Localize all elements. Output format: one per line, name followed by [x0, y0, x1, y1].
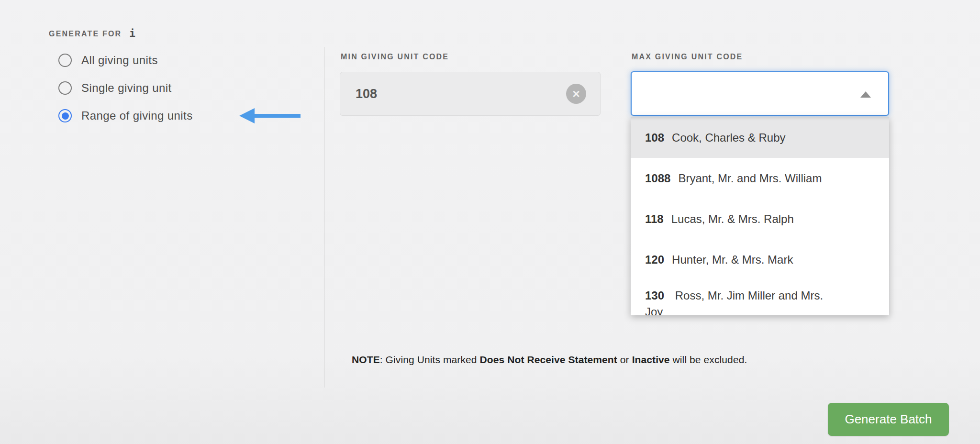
- min-giving-unit-code-input[interactable]: [340, 72, 601, 116]
- generate-for-header: GENERATE FOR i: [49, 29, 135, 39]
- radio-option-label: Range of giving units: [81, 109, 193, 122]
- radio-unselected-icon[interactable]: [58, 81, 72, 95]
- left-arrow-icon: [239, 108, 302, 123]
- generate-for-label: GENERATE FOR: [49, 30, 122, 38]
- giving-unit-code: 1088: [645, 172, 670, 185]
- giving-unit-code: 118: [645, 212, 664, 226]
- max-giving-unit-code-input[interactable]: [631, 71, 889, 116]
- note-bold-text: Does Not Receive Statement: [480, 354, 617, 365]
- min-giving-unit-code-label: MIN GIVING UNIT CODE: [341, 53, 449, 61]
- radio-option-label: All giving units: [81, 54, 158, 67]
- radio-selected-icon[interactable]: [58, 109, 72, 122]
- clear-min-value-button[interactable]: ✕: [566, 84, 586, 104]
- radio-option-label: Single giving unit: [81, 81, 172, 95]
- generate-batch-button[interactable]: Generate Batch: [828, 403, 949, 436]
- note-text: will be excluded.: [670, 354, 747, 365]
- dropdown-item[interactable]: 130 Ross, Mr. Jim Miller and Mrs. Joy: [631, 280, 889, 315]
- giving-unit-code: 130: [645, 289, 664, 302]
- vertical-divider: [324, 47, 324, 388]
- exclusion-note: NOTE: Giving Units marked Does Not Recei…: [352, 354, 747, 366]
- dropdown-item[interactable]: 108 Cook, Charles & Ruby: [631, 117, 889, 158]
- dropdown-item[interactable]: 1088 Bryant, Mr. and Mrs. William: [631, 158, 889, 199]
- giving-unit-name-overflow: Joy: [645, 304, 876, 315]
- giving-unit-name: Ross, Mr. Jim Miller and Mrs.: [675, 289, 823, 302]
- radio-option-single-giving-unit[interactable]: Single giving unit: [58, 79, 172, 97]
- note-text: or: [617, 354, 632, 365]
- giving-unit-code: 120: [645, 253, 664, 266]
- radio-option-all-giving-units[interactable]: All giving units: [58, 52, 158, 69]
- note-bold-text: Inactive: [632, 354, 670, 365]
- note-label: NOTE: [352, 354, 380, 365]
- max-giving-unit-code-label: MAX GIVING UNIT CODE: [632, 53, 743, 61]
- note-text: : Giving Units marked: [380, 354, 480, 365]
- info-icon[interactable]: i: [129, 29, 135, 39]
- close-icon: ✕: [572, 89, 580, 99]
- giving-unit-name: Bryant, Mr. and Mrs. William: [678, 172, 822, 185]
- chevron-up-icon[interactable]: [860, 91, 871, 98]
- giving-unit-name: Hunter, Mr. & Mrs. Mark: [672, 253, 793, 266]
- giving-unit-name: Cook, Charles & Ruby: [672, 131, 785, 144]
- giving-unit-name: Lucas, Mr. & Mrs. Ralph: [671, 212, 794, 226]
- radio-option-range-of-giving-units[interactable]: Range of giving units: [58, 107, 193, 124]
- giving-unit-code: 108: [645, 131, 664, 144]
- giving-unit-dropdown: 108 Cook, Charles & Ruby 1088 Bryant, Mr…: [631, 117, 889, 315]
- radio-unselected-icon[interactable]: [58, 54, 72, 67]
- dropdown-item[interactable]: 118 Lucas, Mr. & Mrs. Ralph: [631, 199, 889, 239]
- dropdown-item[interactable]: 120 Hunter, Mr. & Mrs. Mark: [631, 239, 889, 280]
